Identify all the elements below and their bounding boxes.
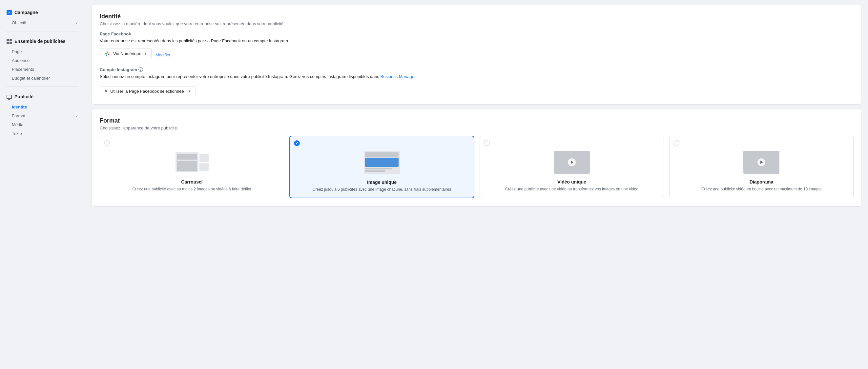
facebook-page-label: Page Facebook xyxy=(100,31,854,36)
identite-card: Identité Choisissez la manière dont vous… xyxy=(92,5,862,104)
sidebar-header-ensemble[interactable]: Ensemble de publicités xyxy=(0,35,85,47)
business-manager-link[interactable]: Business Manager xyxy=(380,74,415,79)
format-option-carrousel[interactable]: Carrousel Créez une publicité avec au mo… xyxy=(100,136,284,198)
sidebar-item-format[interactable]: Format ✓ xyxy=(12,111,85,120)
sidebar-item-page[interactable]: Page xyxy=(12,47,85,56)
instagram-description: Sélectionnez un compte Instagram pour re… xyxy=(100,73,854,80)
divider-2 xyxy=(6,87,79,87)
image-unique-name: Image unique xyxy=(367,179,397,185)
instagram-info-icon[interactable]: i xyxy=(138,67,143,72)
format-title: Format xyxy=(100,117,854,124)
instagram-selector-label: Utiliser la Page Facebook sélectionnée xyxy=(110,89,184,94)
sidebar-label-ensemble: Ensemble de publicités xyxy=(14,39,66,44)
instagram-dropdown-arrow-icon: ▼ xyxy=(188,90,191,93)
sidebar-section-ensemble: Ensemble de publicités Page Audience Pla… xyxy=(0,35,85,82)
sidebar-header-campagne[interactable]: Campagne xyxy=(0,6,85,19)
sidebar-label-publicite: Publicité xyxy=(14,94,33,99)
vio-logo-icon xyxy=(104,51,111,57)
sidebar-item-budget-label: Budget et calendrier xyxy=(12,76,50,80)
video-unique-preview xyxy=(552,149,591,175)
sidebar-item-placements-label: Placements xyxy=(12,67,34,72)
campagne-checkbox-icon xyxy=(6,10,12,15)
sidebar: Campagne Objectif ✓ Ensemble de publicit… xyxy=(0,0,85,369)
carrousel-name: Carrousel xyxy=(181,179,203,184)
instagram-selector-button[interactable]: ⚑ Utiliser la Page Facebook sélectionnée… xyxy=(100,86,195,96)
instagram-label: Compte Instagram i xyxy=(100,67,854,72)
sidebar-header-publicite[interactable]: Publicité xyxy=(0,91,85,103)
video-unique-radio xyxy=(484,140,490,146)
sidebar-sub-ensemble: Page Audience Placements Budget et calen… xyxy=(0,47,85,82)
sidebar-item-page-label: Page xyxy=(12,49,22,54)
sidebar-sub-publicite: Identité Format ✓ Média Texte xyxy=(0,103,85,138)
diaporama-play-btn-icon xyxy=(757,158,765,166)
vio-page-name: Vio Numérique xyxy=(113,51,142,56)
image-unique-radio xyxy=(294,140,300,146)
sidebar-item-identite-label: Identité xyxy=(12,105,27,109)
identite-title: Identité xyxy=(100,13,854,20)
carrousel-desc: Créez une publicité avec au moins 2 imag… xyxy=(132,187,252,192)
diaporama-preview xyxy=(742,149,781,175)
sidebar-item-media[interactable]: Média xyxy=(12,120,85,129)
objectif-check-icon: ✓ xyxy=(75,21,79,25)
play-btn-icon xyxy=(568,158,576,166)
video-unique-name: Vidéo unique xyxy=(557,179,586,184)
sidebar-item-placements[interactable]: Placements xyxy=(12,65,85,74)
ensemble-grid-icon xyxy=(6,39,12,44)
sidebar-item-audience[interactable]: Audience xyxy=(12,56,85,65)
modifier-link[interactable]: Modifier xyxy=(155,53,170,57)
sidebar-item-objectif-label: Objectif xyxy=(12,20,26,25)
format-check-icon: ✓ xyxy=(75,114,79,118)
divider-1 xyxy=(6,31,79,31)
diaporama-radio xyxy=(674,140,679,146)
format-card: Format Choisissez l'apparence de votre p… xyxy=(92,109,862,206)
format-option-image-unique[interactable]: Image unique Créez jusqu'à 6 publicités … xyxy=(289,136,474,198)
format-subtitle: Choisissez l'apparence de votre publicit… xyxy=(100,126,854,130)
diaporama-desc: Créez une publicité vidéo en boucle avec… xyxy=(701,187,822,192)
format-options: Carrousel Créez une publicité avec au mo… xyxy=(100,136,854,198)
sidebar-item-media-label: Média xyxy=(12,122,23,127)
sidebar-section-publicite: Publicité Identité Format ✓ Média Texte xyxy=(0,91,85,138)
diaporama-name: Diaporama xyxy=(750,179,773,184)
sidebar-label-campagne: Campagne xyxy=(14,10,38,15)
main-content: Identité Choisissez la manière dont vous… xyxy=(85,0,868,369)
carrousel-preview xyxy=(172,149,212,175)
sidebar-item-objectif[interactable]: Objectif ✓ xyxy=(12,19,85,27)
carrousel-radio xyxy=(104,140,110,146)
image-unique-desc: Créez jusqu'à 6 publicités avec une imag… xyxy=(313,187,452,192)
sidebar-section-campagne: Campagne Objectif ✓ xyxy=(0,6,85,27)
identite-subtitle: Choisissez la manière dont vous voulez q… xyxy=(100,21,854,26)
instagram-flag-icon: ⚑ xyxy=(104,89,107,94)
sidebar-item-identite[interactable]: Identité xyxy=(12,103,85,111)
page-selector-arrow-icon: ▼ xyxy=(144,52,147,55)
page-selector-button[interactable]: Vio Numérique ▼ xyxy=(100,48,152,59)
sidebar-item-format-label: Format xyxy=(12,113,25,118)
sidebar-item-audience-label: Audience xyxy=(12,58,30,63)
sidebar-sub-campagne: Objectif ✓ xyxy=(0,19,85,27)
video-unique-desc: Créez une publicité avec une vidéo ou tr… xyxy=(505,187,639,192)
sidebar-item-texte-label: Texte xyxy=(12,131,22,136)
sidebar-item-budget[interactable]: Budget et calendrier xyxy=(12,74,85,82)
image-unique-preview xyxy=(362,149,402,176)
facebook-page-description: Votre entreprise est représentée dans le… xyxy=(100,38,854,44)
format-option-video-unique[interactable]: Vidéo unique Créez une publicité avec un… xyxy=(479,136,664,198)
format-option-diaporama[interactable]: Diaporama Créez une publicité vidéo en b… xyxy=(669,136,854,198)
publicite-monitor-icon xyxy=(6,95,12,99)
sidebar-item-texte[interactable]: Texte xyxy=(12,129,85,138)
